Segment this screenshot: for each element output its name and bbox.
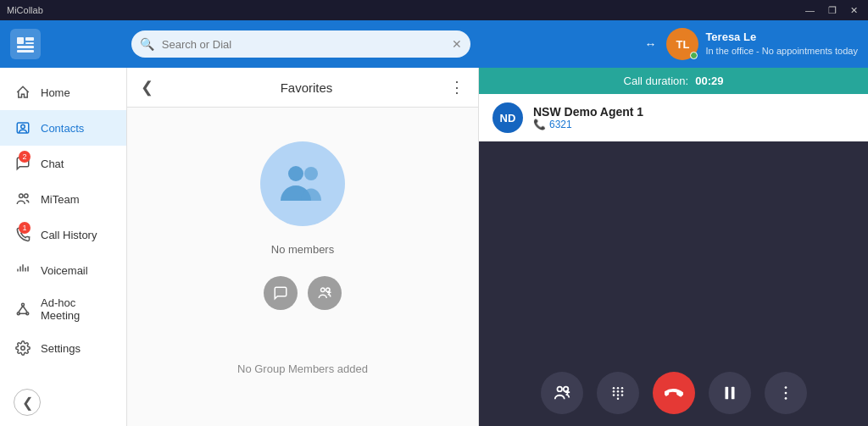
- more-options-button[interactable]: [765, 372, 807, 414]
- sidebar-item-adhoc[interactable]: Ad-hoc Meeting: [0, 288, 126, 330]
- svg-rect-4: [17, 50, 34, 53]
- svg-point-7: [19, 194, 24, 198]
- sidebar-item-contacts[interactable]: Contacts: [0, 110, 126, 146]
- panel-header: ❮ Favorites ⋮: [127, 68, 478, 108]
- home-icon: [14, 83, 32, 102]
- window-controls: — ❐ ✕: [802, 5, 861, 16]
- sidebar-item-settings[interactable]: Settings: [0, 330, 126, 366]
- svg-rect-0: [17, 37, 24, 44]
- chat-action-button[interactable]: [264, 276, 298, 310]
- sidebar-label-home: Home: [41, 86, 70, 99]
- svg-point-33: [620, 387, 623, 390]
- svg-point-40: [616, 397, 619, 400]
- close-button[interactable]: ✕: [847, 5, 861, 16]
- sidebar-item-callhistory[interactable]: Call History 1: [0, 217, 126, 252]
- sidebar: Home Contacts Chat 2: [0, 68, 127, 426]
- svg-point-31: [612, 387, 615, 390]
- panel-back-button[interactable]: ❮: [141, 78, 153, 97]
- svg-point-22: [304, 167, 318, 180]
- svg-rect-2: [25, 42, 34, 44]
- miteam-icon: [14, 190, 32, 208]
- svg-rect-1: [25, 37, 34, 41]
- panel-menu-button[interactable]: ⋮: [449, 78, 465, 97]
- favorites-panel: ❮ Favorites ⋮ No members: [127, 68, 479, 426]
- svg-point-20: [21, 346, 25, 351]
- call-duration-time: 00:29: [695, 75, 723, 87]
- sidebar-label-callhistory: Call History: [41, 229, 97, 241]
- main-layout: Home Contacts Chat 2: [0, 68, 868, 426]
- svg-point-35: [616, 390, 619, 393]
- svg-rect-3: [17, 46, 34, 48]
- svg-point-14: [22, 303, 25, 306]
- sidebar-item-voicemail[interactable]: Voicemail: [0, 252, 126, 288]
- svg-point-37: [612, 394, 615, 396]
- search-clear-button[interactable]: ✕: [452, 37, 462, 51]
- sidebar-label-chat: Chat: [41, 158, 64, 170]
- avatar: TL: [666, 28, 698, 60]
- call-panel: Call duration: 00:29 ND NSW Demo Agent 1…: [479, 68, 868, 426]
- svg-point-21: [288, 166, 303, 181]
- svg-point-34: [612, 390, 615, 393]
- call-duration-bar: Call duration: 00:29: [479, 68, 868, 94]
- restore-button[interactable]: ❐: [825, 5, 840, 16]
- sidebar-item-home[interactable]: Home: [0, 75, 126, 110]
- no-members-text: No members: [271, 243, 334, 256]
- search-bar: 🔍 ✕: [131, 30, 470, 58]
- header: 🔍 ✕ ↔ TL Teresa Le In the office - No ap…: [0, 20, 868, 68]
- app-title: MiCollab: [7, 5, 43, 15]
- sidebar-label-voicemail: Voicemail: [41, 264, 88, 277]
- no-group-text: No Group Members added: [237, 362, 368, 409]
- svg-rect-41: [725, 387, 728, 400]
- svg-point-8: [25, 194, 29, 198]
- status-dot: [690, 52, 698, 59]
- action-buttons: [264, 276, 342, 310]
- svg-point-38: [616, 394, 619, 396]
- callhistory-badge: 1: [19, 222, 31, 234]
- svg-line-18: [23, 306, 27, 313]
- call-contact-avatar: ND: [492, 102, 523, 133]
- sidebar-label-miteam: MiTeam: [41, 193, 80, 206]
- svg-point-45: [784, 397, 787, 400]
- user-status: In the office - No appointments today: [705, 45, 858, 57]
- group-avatar: [260, 141, 345, 226]
- call-contact-info: NSW Demo Agent 1 📞 6321: [533, 105, 643, 130]
- call-contact-name: NSW Demo Agent 1: [533, 105, 643, 119]
- svg-point-23: [321, 288, 326, 292]
- call-video-area: [479, 141, 868, 362]
- svg-point-27: [557, 387, 562, 392]
- svg-point-32: [616, 387, 619, 390]
- header-expand-icon[interactable]: ↔: [641, 34, 659, 54]
- user-name: Teresa Le: [705, 30, 858, 45]
- svg-point-36: [620, 390, 623, 393]
- svg-point-6: [21, 124, 25, 129]
- phone-icon: 📞: [533, 119, 546, 130]
- app-logo: [10, 29, 41, 59]
- user-info: Teresa Le In the office - No appointment…: [705, 30, 858, 57]
- add-group-button[interactable]: [308, 276, 342, 310]
- call-contact-number: 📞 6321: [533, 119, 643, 130]
- add-person-button[interactable]: [541, 372, 583, 414]
- search-icon: 🔍: [140, 37, 154, 51]
- search-input[interactable]: [131, 30, 470, 58]
- svg-point-39: [620, 394, 623, 396]
- adhoc-icon: [14, 300, 32, 318]
- call-duration-label: Call duration:: [624, 75, 689, 87]
- favorites-content: No members: [127, 108, 478, 426]
- svg-point-43: [784, 386, 787, 389]
- hold-button[interactable]: [709, 372, 751, 414]
- sidebar-label-settings: Settings: [41, 342, 81, 355]
- svg-point-44: [784, 392, 787, 395]
- chat-badge: 2: [19, 151, 31, 163]
- sidebar-item-miteam[interactable]: MiTeam: [0, 181, 126, 217]
- end-call-button[interactable]: [653, 372, 695, 414]
- sidebar-item-chat[interactable]: Chat 2: [0, 146, 126, 181]
- call-controls: [479, 362, 868, 426]
- minimize-button[interactable]: —: [802, 5, 818, 16]
- settings-icon: [14, 339, 32, 357]
- sidebar-label-adhoc: Ad-hoc Meeting: [41, 296, 113, 322]
- header-right: ↔ TL Teresa Le In the office - No appoin…: [641, 28, 858, 60]
- call-contact-bar: ND NSW Demo Agent 1 📞 6321: [479, 94, 868, 141]
- keypad-button[interactable]: [597, 372, 639, 414]
- voicemail-icon: [14, 261, 32, 279]
- sidebar-back-button[interactable]: ❮: [14, 389, 41, 416]
